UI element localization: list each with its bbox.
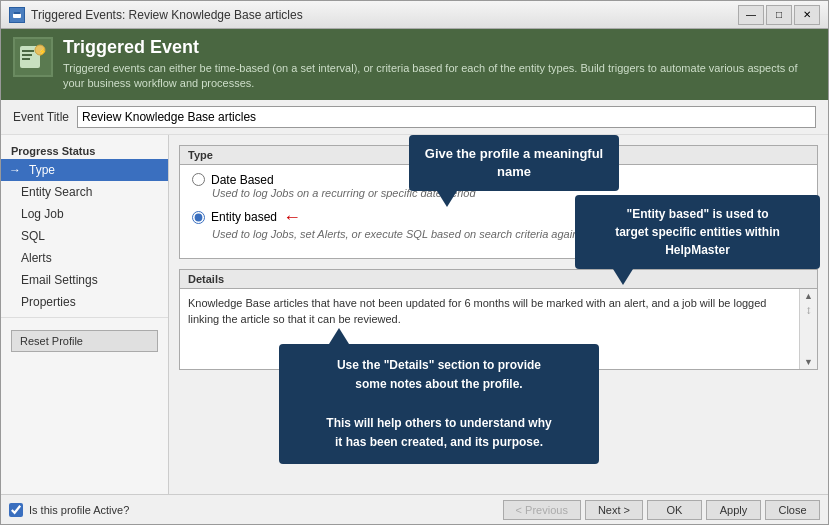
window-title: Triggered Events: Review Knowledge Base … [31,8,303,22]
callout-profile-name: Give the profile a meaningful name [409,135,619,191]
apply-button[interactable]: Apply [706,500,761,520]
sidebar-item-sql[interactable]: SQL [1,225,168,247]
sidebar-properties-label: Properties [21,295,76,309]
resize-icon: ⤡ [802,304,814,316]
header-desc: Triggered events can either be time-base… [63,61,816,92]
active-profile-checkbox[interactable] [9,503,23,517]
svg-rect-5 [22,54,32,56]
event-title-input[interactable] [77,106,816,128]
sidebar-item-entity-search[interactable]: Entity Search [1,181,168,203]
date-based-radio[interactable] [192,173,205,186]
window-controls: — □ ✕ [738,5,820,25]
sidebar-entity-search-label: Entity Search [21,185,92,199]
date-based-text: Date Based [211,173,274,187]
svg-rect-2 [13,12,21,14]
scroll-down-icon[interactable]: ▼ [804,357,813,367]
details-section-title: Details [180,270,817,289]
sidebar-item-type[interactable]: → Type [1,159,168,181]
reset-profile-button[interactable]: Reset Profile [11,330,158,352]
event-title-label: Event Title [13,110,69,124]
footer: Is this profile Active? < Previous Next … [1,494,828,524]
previous-button[interactable]: < Previous [503,500,581,520]
right-panel: Type Date Based Used to log Jobs on a re… [169,135,828,494]
close-button[interactable]: Close [765,500,820,520]
header-banner: ⚡ Triggered Event Triggered events can e… [1,29,828,100]
callout2-arrow [613,269,633,285]
window-icon [9,7,25,23]
sidebar: Progress Status → Type Entity Search Log… [1,135,169,494]
main-window: Triggered Events: Review Knowledge Base … [0,0,829,525]
event-title-row: Event Title [1,100,828,135]
callout3-arrow [329,328,349,344]
next-button[interactable]: Next > [585,500,643,520]
scroll-up-icon[interactable]: ▲ [804,291,813,301]
sidebar-alerts-label: Alerts [21,251,52,265]
sidebar-item-properties[interactable]: Properties [1,291,168,313]
header-title: Triggered Event [63,37,816,58]
ok-button[interactable]: OK [647,500,702,520]
details-scrollbar: ▲ ⤡ ▼ [799,289,817,369]
main-content: Progress Status → Type Entity Search Log… [1,135,828,494]
svg-text:⚡: ⚡ [38,47,47,56]
sidebar-log-job-label: Log Job [21,207,64,221]
title-bar-left: Triggered Events: Review Knowledge Base … [9,7,303,23]
progress-status-label: Progress Status [1,141,168,159]
close-window-button[interactable]: ✕ [794,5,820,25]
red-arrow-icon: ← [283,207,301,228]
minimize-button[interactable]: — [738,5,764,25]
title-bar: Triggered Events: Review Knowledge Base … [1,1,828,29]
sidebar-item-alerts[interactable]: Alerts [1,247,168,269]
callout1-text: Give the profile a meaningful name [425,146,603,179]
callout2-text: "Entity based" is used totarget specific… [615,207,780,257]
callout-details: Use the "Details" section to providesome… [279,344,599,464]
sidebar-email-settings-label: Email Settings [21,273,98,287]
svg-rect-4 [22,50,34,52]
sidebar-item-log-job[interactable]: Log Job [1,203,168,225]
callout-entity-based: "Entity based" is used totarget specific… [575,195,820,269]
active-profile-label: Is this profile Active? [29,504,129,516]
maximize-button[interactable]: □ [766,5,792,25]
callout3-text: Use the "Details" section to providesome… [326,358,551,449]
entity-based-text: Entity based [211,210,277,224]
svg-rect-6 [22,58,30,60]
sidebar-sql-label: SQL [21,229,45,243]
header-text: Triggered Event Triggered events can eit… [63,37,816,92]
footer-right: < Previous Next > OK Apply Close [503,500,820,520]
sidebar-type-label: Type [29,163,55,177]
header-icon: ⚡ [13,37,53,77]
sidebar-item-email-settings[interactable]: Email Settings [1,269,168,291]
entity-based-radio[interactable] [192,211,205,224]
callout1-arrow [437,191,457,207]
footer-left: Is this profile Active? [9,503,129,517]
sidebar-divider [1,317,168,318]
active-arrow-icon: → [9,163,21,177]
